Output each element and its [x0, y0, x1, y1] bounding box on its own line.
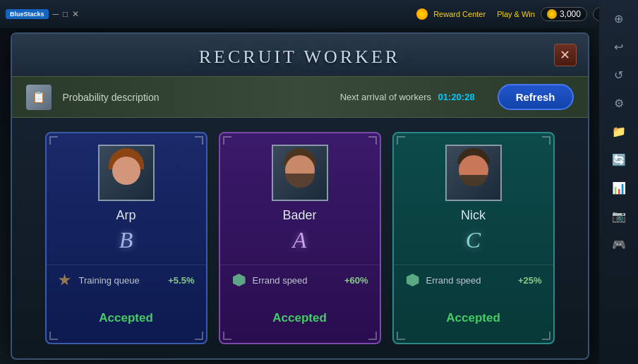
bluestacks-logo: BlueStacks — [6, 9, 49, 19]
bader-name: Bader — [282, 208, 316, 223]
arp-portrait — [98, 145, 155, 201]
app-top-bar: BlueStacks ─ □ ✕ Reward Center Play & Wi… — [0, 0, 638, 28]
next-arrival-text: Next arrival of workers 01:20:28 — [340, 92, 475, 102]
gear-icon — [59, 274, 71, 286]
top-bar-maximize[interactable]: □ — [63, 9, 68, 19]
nick-stat-icon — [405, 272, 421, 288]
info-bar: 📋 Probability description Next arrival o… — [12, 76, 588, 118]
nick-stat-label: Errand speed — [426, 275, 512, 286]
right-sidebar: ⊕ ↩ ↺ ⚙ 📁 🔄 📊 📷 🎮 — [599, 0, 638, 364]
coins-value: 3,000 — [560, 9, 581, 19]
bader-stats: Errand speed +60% — [220, 265, 380, 295]
modal-title: RECRUIT WORKER — [199, 47, 400, 67]
bader-avatar — [275, 148, 325, 198]
bader-portrait — [272, 145, 328, 201]
next-arrival-label: Next arrival of workers — [340, 92, 431, 102]
reward-icon — [416, 8, 428, 20]
probability-icon: 📋 — [26, 85, 52, 110]
bader-accept-button[interactable]: Accepted — [243, 305, 356, 332]
bader-stat-icon — [231, 272, 247, 288]
nick-accept-button[interactable]: Accepted — [417, 305, 530, 332]
reward-center-label[interactable]: Reward Center — [433, 10, 486, 18]
speed-icon — [233, 274, 246, 286]
play-win-label[interactable]: Play & Win — [497, 10, 535, 18]
top-bar-left: BlueStacks ─ □ ✕ — [6, 9, 79, 19]
bader-beard — [285, 174, 315, 188]
arp-accept-button[interactable]: Accepted — [70, 305, 183, 332]
sidebar-icon-2[interactable]: ↺ — [606, 62, 632, 87]
sidebar-icon-7[interactable]: 📷 — [606, 203, 632, 229]
arp-stats: Training queue +5.5% — [47, 265, 206, 295]
nick-name: Nick — [461, 208, 486, 223]
workers-container: Arp B Training queue +5.5% Accepted — [12, 118, 588, 358]
sidebar-icon-0[interactable]: ⊕ — [606, 6, 632, 31]
nick-avatar — [449, 148, 498, 198]
nick-portrait — [445, 145, 502, 201]
arp-stat-label: Training queue — [79, 275, 163, 286]
worker-card-arp: Arp B Training queue +5.5% Accepted — [45, 132, 207, 344]
nick-grade: C — [466, 227, 481, 253]
modal-overlay: RECRUIT WORKER ✕ 📋 Probability descripti… — [0, 28, 599, 364]
speed-icon-2 — [407, 274, 419, 286]
close-button[interactable]: ✕ — [554, 44, 577, 66]
recruit-worker-modal: RECRUIT WORKER ✕ 📋 Probability descripti… — [11, 32, 589, 360]
top-bar-minimize[interactable]: ─ — [53, 9, 59, 19]
nick-stats: Errand speed +25% — [394, 265, 553, 295]
modal-header: RECRUIT WORKER ✕ — [12, 34, 588, 76]
coins-box: 3,000 — [541, 7, 587, 21]
sidebar-icon-6[interactable]: 📊 — [606, 175, 632, 200]
arp-avatar — [102, 148, 151, 198]
probability-label: Probability description — [63, 92, 329, 103]
arp-grade: B — [119, 227, 133, 253]
arp-face — [112, 157, 140, 185]
arp-stat-icon — [58, 272, 73, 288]
refresh-button[interactable]: Refresh — [498, 84, 574, 110]
sidebar-icon-8[interactable]: 🎮 — [606, 231, 632, 257]
coin-icon — [547, 9, 557, 19]
arp-stat-value: +5.5% — [168, 275, 194, 286]
arrival-timer: 01:20:28 — [438, 92, 475, 102]
sidebar-icon-1[interactable]: ↩ — [606, 34, 632, 59]
bader-stat-label: Errand speed — [253, 275, 339, 286]
bader-grade: A — [293, 227, 307, 253]
worker-card-nick: Nick C Errand speed +25% Accepted — [392, 132, 555, 344]
sidebar-icon-4[interactable]: 📁 — [606, 119, 632, 144]
arp-name: Arp — [116, 208, 136, 223]
top-bar-close[interactable]: ✕ — [72, 9, 79, 19]
bader-stat-value: +60% — [344, 275, 368, 286]
nick-stat-value: +25% — [518, 275, 542, 286]
sidebar-icon-5[interactable]: 🔄 — [606, 147, 632, 172]
nick-beard — [460, 175, 487, 186]
worker-card-bader: Bader A Errand speed +60% Accepted — [219, 132, 381, 344]
sidebar-icon-3[interactable]: ⚙ — [606, 90, 632, 116]
